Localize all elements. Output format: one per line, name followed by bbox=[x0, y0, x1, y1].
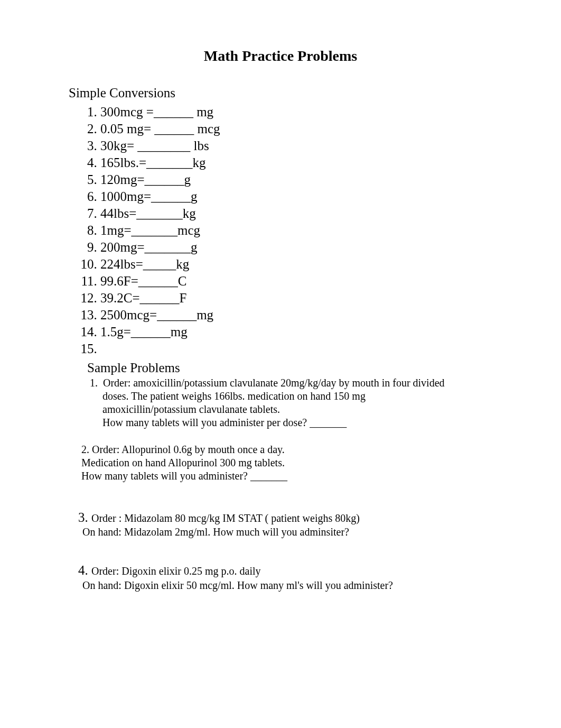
simple-conversions-header: Simple Conversions bbox=[69, 86, 508, 100]
problem-text: Medication on hand Allopurinol 300 mg ta… bbox=[81, 456, 508, 469]
problem-text: On hand: Digoxin elixir 50 mcg/ml. How m… bbox=[82, 579, 508, 592]
conversion-item: 1mg=_______mcg bbox=[100, 222, 508, 239]
conversion-item: 99.6F=______C bbox=[100, 273, 508, 290]
problem-text: Order: Digoxin elixir 0.25 mg p.o. daily bbox=[91, 565, 261, 577]
conversion-item: 200mg=_______g bbox=[100, 239, 508, 256]
page-title: Math Practice Problems bbox=[53, 48, 508, 64]
conversion-item: 224lbs=_____kg bbox=[100, 256, 508, 273]
conversion-item: 39.2C=______F bbox=[100, 290, 508, 307]
conversion-item: 2500mcg=______mg bbox=[100, 307, 508, 324]
problem-text: doses. The patient weighs 166lbs. medica… bbox=[102, 390, 508, 403]
sample-problem-3: 3. Order : Midazolam 80 mcg/kg IM STAT (… bbox=[78, 509, 508, 539]
problem-number: 3. bbox=[78, 510, 91, 524]
conversion-item: 120mg=______g bbox=[100, 171, 508, 188]
problem-number: 1. bbox=[90, 377, 98, 389]
problem-text: How many tablets will you administer per… bbox=[102, 416, 508, 429]
problem-text: amoxicillin/potassium clavulanate tablet… bbox=[102, 403, 508, 416]
conversion-item: 165lbs.=_______kg bbox=[100, 154, 508, 171]
problem-text: How many tablets will you administer? __… bbox=[81, 469, 508, 483]
problem-text: Order : Midazolam 80 mcg/kg IM STAT ( pa… bbox=[91, 512, 360, 524]
sample-problem-4: 4. Order: Digoxin elixir 0.25 mg p.o. da… bbox=[78, 562, 508, 592]
conversion-item-blank bbox=[100, 340, 508, 357]
problem-text: 2. Order: Allopurinol 0.6g by mouth once… bbox=[81, 443, 508, 456]
sample-problem-2: 2. Order: Allopurinol 0.6g by mouth once… bbox=[81, 443, 508, 483]
conversion-item: 1.5g=______mg bbox=[100, 324, 508, 340]
conversion-item: 1000mg=______g bbox=[100, 188, 508, 205]
sample-problems-header: Sample Problems bbox=[87, 361, 508, 375]
conversion-item: 44lbs=_______kg bbox=[100, 205, 508, 222]
conversion-item: 30kg= ________ lbs bbox=[100, 137, 508, 154]
problem-text: On hand: Midazolam 2mg/ml. How much will… bbox=[82, 526, 508, 539]
sample-problem-1: 1. Order: amoxicillin/potassium clavulan… bbox=[90, 376, 508, 429]
problem-number: 4. bbox=[78, 563, 91, 577]
conversion-item: 0.05 mg= ______ mcg bbox=[100, 121, 508, 137]
problem-text: Order: amoxicillin/potassium clavulanate… bbox=[103, 377, 445, 389]
conversion-item: 300mcg =______ mg bbox=[100, 104, 508, 121]
conversions-list: 300mcg =______ mg 0.05 mg= ______ mcg 30… bbox=[73, 104, 508, 357]
document-page: Math Practice Problems Simple Conversion… bbox=[0, 0, 561, 647]
